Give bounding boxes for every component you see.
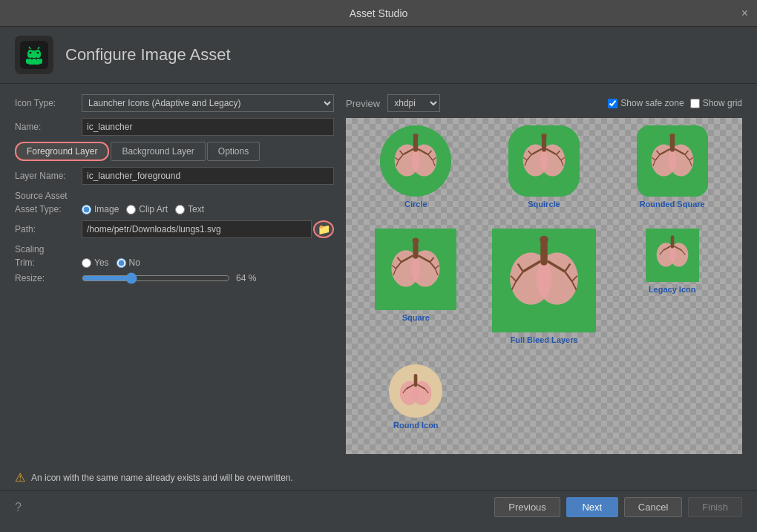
icon-type-select[interactable]: Launcher Icons (Adaptive and Legacy) — [82, 94, 334, 112]
svg-rect-9 — [26, 59, 29, 64]
preview-full-bleed: Full Bleed Layers — [482, 229, 607, 361]
svg-point-77 — [540, 236, 548, 243]
layer-name-label: Layer Name: — [15, 171, 82, 181]
tab-background-layer[interactable]: Background Layer — [111, 142, 205, 161]
cancel-button[interactable]: Cancel — [624, 497, 682, 517]
icon-type-dropdown-wrap: Launcher Icons (Adaptive and Legacy) — [82, 94, 334, 112]
name-label: Name: — [15, 122, 82, 132]
preview-legacy: Legacy Icon — [609, 229, 735, 361]
svg-point-17 — [413, 134, 419, 138]
show-safe-zone-check[interactable]: Show safe zone — [608, 98, 684, 108]
resize-row: Resize: 64 % — [15, 272, 334, 284]
svg-point-4 — [30, 52, 32, 54]
left-panel: Icon Type: Launcher Icons (Adaptive and … — [15, 94, 334, 454]
show-grid-check[interactable]: Show grid — [690, 98, 742, 108]
squircle-label: Squircle — [528, 200, 560, 208]
path-row: Path: 📁 — [15, 220, 334, 238]
preview-checks: Show safe zone Show grid — [608, 98, 742, 108]
round-label: Round Icon — [393, 421, 439, 430]
svg-point-62 — [413, 238, 419, 243]
page-title: Configure Image Asset — [65, 45, 231, 65]
name-input[interactable] — [82, 118, 334, 136]
svg-rect-99 — [414, 374, 418, 387]
full-bleed-label: Full Bleed Layers — [510, 335, 577, 344]
svg-rect-10 — [39, 59, 42, 64]
preview-squircle: Squircle — [482, 125, 607, 226]
warning-bar: ⚠ An icon with the same name already exi… — [0, 464, 757, 490]
circle-label: Circle — [404, 200, 427, 208]
source-asset-section: Source Asset — [15, 191, 334, 201]
window-title: Asset Studio — [350, 7, 408, 19]
help-button[interactable]: ? — [15, 501, 22, 514]
path-input[interactable] — [82, 220, 312, 238]
layer-name-input[interactable] — [82, 167, 334, 185]
icon-type-label: Icon Type: — [15, 98, 82, 108]
close-button[interactable]: × — [741, 7, 748, 19]
asset-type-radios: Image Clip Art Text — [82, 204, 204, 214]
svg-point-5 — [37, 52, 39, 54]
path-label: Path: — [15, 224, 82, 234]
main-content: Icon Type: Launcher Icons (Adaptive and … — [0, 84, 757, 464]
title-bar: Asset Studio × — [0, 0, 757, 27]
preview-panel: Preview ldpimdpihdpixhdpixxhdpixxxhdpi S… — [346, 94, 742, 454]
tabs-row: Foreground Layer Background Layer Option… — [15, 142, 334, 161]
next-button[interactable]: Next — [566, 497, 618, 517]
radio-clipart[interactable]: Clip Art — [126, 204, 168, 214]
svg-rect-8 — [28, 59, 40, 65]
preview-grid: Circle — [346, 118, 742, 454]
preview-round: Round Icon — [353, 364, 479, 447]
radio-text[interactable]: Text — [175, 204, 204, 214]
svg-point-32 — [541, 134, 547, 138]
trim-yes[interactable]: Yes — [82, 257, 109, 268]
legacy-label: Legacy Icon — [649, 285, 696, 294]
preview-rounded-square: Rounded Square — [609, 125, 735, 226]
warning-icon: ⚠ — [15, 470, 25, 485]
radio-image[interactable]: Image — [82, 204, 119, 214]
tab-options[interactable]: Options — [207, 142, 260, 161]
dpi-select[interactable]: ldpimdpihdpixhdpixxhdpixxxhdpi — [387, 94, 440, 112]
trim-row: Trim: Yes No — [15, 257, 334, 268]
finish-button[interactable]: Finish — [688, 497, 742, 517]
svg-rect-91 — [670, 235, 674, 248]
header-area: Configure Image Asset — [0, 27, 757, 84]
footer: ? Previous Next Cancel Finish — [0, 490, 757, 523]
warning-text: An icon with the same name already exist… — [31, 473, 293, 483]
rounded-square-label: Rounded Square — [640, 200, 705, 208]
asset-type-row: Asset Type: Image Clip Art Text — [15, 204, 334, 214]
trim-no[interactable]: No — [117, 257, 140, 268]
scaling-section: Scaling Trim: Yes No Resize: 64 % — [15, 244, 334, 284]
resize-slider[interactable] — [82, 272, 230, 284]
scaling-label: Scaling — [15, 244, 334, 254]
square-label: Square — [402, 313, 430, 322]
icon-type-row: Icon Type: Launcher Icons (Adaptive and … — [15, 94, 334, 112]
preview-label: Preview — [346, 98, 380, 109]
preview-circle: Circle — [353, 125, 479, 226]
name-row: Name: — [15, 118, 334, 136]
tab-foreground-layer[interactable]: Foreground Layer — [15, 142, 109, 161]
svg-point-47 — [669, 134, 675, 138]
resize-label: Resize: — [15, 273, 82, 283]
android-icon — [15, 36, 53, 74]
previous-button[interactable]: Previous — [494, 497, 560, 517]
preview-header: Preview ldpimdpihdpixhdpixxhdpixxxhdpi S… — [346, 94, 742, 112]
preview-square: Square — [353, 229, 479, 361]
resize-value: 64 % — [236, 273, 256, 283]
browse-button[interactable]: 📁 — [313, 220, 334, 238]
layer-name-row: Layer Name: — [15, 167, 334, 185]
svg-rect-3 — [27, 50, 41, 58]
asset-type-label: Asset Type: — [15, 204, 82, 214]
trim-label: Trim: — [15, 257, 82, 268]
trim-radios: Yes No — [82, 257, 140, 268]
